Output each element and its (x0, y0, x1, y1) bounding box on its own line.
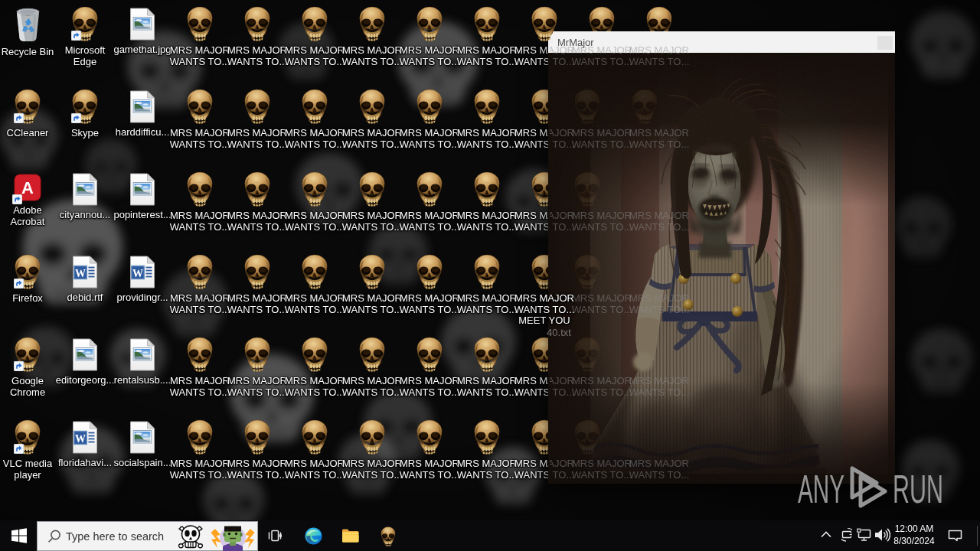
svg-text:ANY: ANY (798, 468, 844, 511)
svg-text:RUN: RUN (893, 468, 943, 511)
